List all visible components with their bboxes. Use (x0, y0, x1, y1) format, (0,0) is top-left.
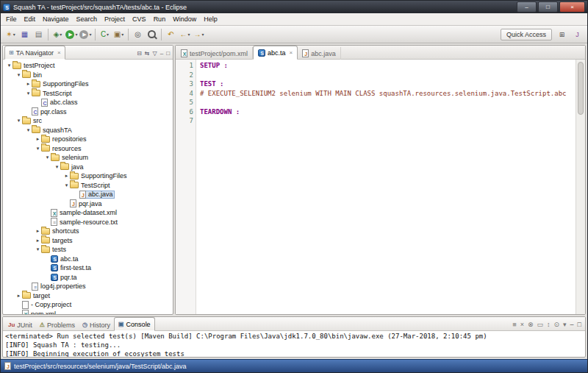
back-button[interactable]: ←▾ (178, 28, 192, 41)
tab-problems[interactable]: ⚠Problems (36, 319, 79, 331)
view-menu-icon[interactable]: ▽ (153, 50, 157, 57)
close-view-icon[interactable]: × (57, 49, 61, 56)
expander-icon[interactable]: ▾ (35, 245, 41, 254)
dropdown-arrow-icon[interactable]: ▾ (187, 32, 190, 37)
expander-icon[interactable]: ▾ (35, 144, 41, 153)
minimize-button[interactable]: – (517, 1, 537, 13)
tree-item-supportingfiles[interactable]: ▸SupportingFiles (3, 171, 173, 181)
dropdown-arrow-icon[interactable]: ▾ (121, 32, 123, 37)
new-java-class-button[interactable]: C▾ (98, 28, 112, 41)
tree-item-pqr-java[interactable]: Jpqr.java (3, 199, 173, 209)
tree-item-log4j-properties[interactable]: ≡log4j.properties (3, 282, 173, 291)
open-type-button[interactable]: ◎ (131, 28, 145, 41)
tree-item-abc-class[interactable]: Cabc.class (3, 98, 173, 107)
tree-item-copy-project[interactable]: - Copy.project (3, 300, 173, 310)
clear-console-icon[interactable]: ▭ (537, 321, 543, 328)
expander-icon[interactable]: ▾ (44, 153, 51, 162)
code-line[interactable] (200, 116, 576, 126)
tree-item-supportingfiles[interactable]: ▸SupportingFiles (3, 79, 173, 89)
remove-launch-icon[interactable]: × (520, 321, 524, 328)
dropdown-arrow-icon[interactable]: ▾ (75, 32, 77, 37)
expander-icon[interactable]: ▸ (25, 79, 32, 88)
tree-item-abc-java[interactable]: Jabc.java (3, 190, 173, 199)
expander-icon[interactable]: ▾ (25, 89, 32, 98)
dropdown-arrow-icon[interactable]: ▾ (201, 32, 204, 37)
debug-button[interactable]: ◈▾ (51, 28, 65, 41)
last-edit-location-button[interactable]: ↶ (164, 28, 178, 41)
tree-item-sample-dataset-xml[interactable]: Xsample-dataset.xml (3, 208, 173, 218)
expander-icon[interactable]: ▸ (35, 135, 41, 143)
expander-icon[interactable]: ▾ (15, 71, 22, 79)
menu-project[interactable]: Project (101, 15, 129, 24)
code-line[interactable]: TEST : (200, 79, 576, 89)
tree-item-testscript[interactable]: ▾TestScript (3, 89, 173, 99)
minimize-view-icon[interactable]: – (570, 321, 574, 328)
expander-icon[interactable]: ▾ (15, 116, 22, 125)
menu-edit[interactable]: Edit (21, 15, 40, 24)
tab-junit[interactable]: JuJUnit (4, 319, 36, 331)
tree-item-shortcuts[interactable]: ▸shortcuts (3, 227, 173, 236)
code-line[interactable] (200, 98, 576, 107)
quick-access-button[interactable]: Quick Access (501, 29, 552, 40)
code-editor[interactable]: SETUP :TEST :# EXECUTE_SELENIUM2 seleniu… (196, 60, 576, 314)
save-button[interactable]: ▦ (18, 28, 32, 41)
editor-tab-testproject-pom-xml[interactable]: XtestProject/pom.xml (176, 47, 253, 60)
expander-icon[interactable]: ▸ (15, 291, 22, 300)
tree-item-resources[interactable]: ▾resources (3, 144, 173, 154)
expander-icon[interactable]: ▸ (63, 171, 70, 180)
tree-item-selenium[interactable]: ▾selenium (3, 153, 173, 163)
tree-item-bin[interactable]: ▾bin (3, 71, 173, 80)
maximize-button[interactable]: □ (538, 1, 558, 13)
dropdown-arrow-icon[interactable]: ▾ (13, 32, 15, 37)
expander-icon[interactable]: ▸ (35, 227, 41, 235)
menu-navigate[interactable]: Navigate (39, 15, 73, 24)
expander-icon[interactable]: ▾ (6, 61, 12, 70)
pin-console-icon[interactable]: ⊙ (553, 321, 559, 328)
expander-icon[interactable]: ▸ (35, 236, 41, 245)
tree-item-java[interactable]: ▾java (3, 163, 173, 172)
menu-help[interactable]: Help (200, 15, 221, 24)
code-line[interactable]: SETUP : (200, 61, 576, 71)
code-line[interactable] (200, 71, 576, 80)
forward-button[interactable]: →▾ (192, 28, 206, 41)
new-java-package-button[interactable]: ▣▾ (112, 28, 126, 41)
link-with-editor-icon[interactable]: ⇆ (145, 50, 150, 57)
close-button[interactable]: × (559, 1, 585, 13)
tree-item-first-test-ta[interactable]: Sfirst-test.ta (3, 263, 173, 273)
tree-item-target[interactable]: ▸target (3, 291, 173, 301)
close-tab-icon[interactable]: × (290, 49, 293, 56)
terminate-icon[interactable]: ■ (512, 321, 516, 328)
collapse-all-icon[interactable]: ⊟ (137, 50, 142, 57)
scroll-lock-icon[interactable]: ↕ (547, 321, 551, 328)
editor-tab-abc-ta[interactable]: Sabc.ta× (253, 46, 298, 60)
minimize-view-icon[interactable]: – (160, 50, 163, 57)
title-bar[interactable]: S Squash TA - testProject/src/squashTA/t… (1, 1, 587, 13)
menu-window[interactable]: Window (169, 15, 200, 24)
scrollbar-thumb[interactable] (578, 62, 584, 115)
java-perspective-icon[interactable]: J (570, 28, 584, 41)
code-line[interactable]: TEARDOWN : (200, 107, 576, 117)
open-perspective-icon[interactable]: ⊞ (555, 28, 569, 41)
maximize-view-icon[interactable]: □ (578, 321, 581, 328)
tree-item-sample-resource-txt[interactable]: ≡sample-resource.txt (3, 218, 173, 227)
run-button[interactable]: ▶▾ (65, 28, 79, 41)
tree-item-repositories[interactable]: ▸repositories (3, 135, 173, 144)
maximize-view-icon[interactable]: □ (166, 50, 170, 57)
tree-item-squashta[interactable]: ▾squashTA (3, 126, 173, 135)
menu-run[interactable]: Run (150, 15, 170, 24)
tree-item-testscript[interactable]: ▾TestScript (3, 181, 173, 191)
tab-ta-navigator[interactable]: ⊞ TA Navigator × (4, 46, 65, 60)
tab-console[interactable]: ▣Console (114, 317, 155, 331)
tree-item-tests[interactable]: ▾tests (3, 245, 173, 255)
menu-cvs[interactable]: CVS (129, 15, 150, 24)
external-tools-button[interactable]: ▶▾ (79, 28, 93, 41)
expander-icon[interactable]: ▾ (25, 126, 32, 135)
console-output[interactable]: <terminated> Run selected test(s) [Maven… (3, 331, 585, 357)
tree-item-pom-xml[interactable]: Xpom.xml (3, 310, 173, 315)
tree-item-src[interactable]: ▾src (3, 116, 173, 126)
dropdown-arrow-icon[interactable]: ▾ (60, 32, 62, 37)
tree-item-targets[interactable]: ▸targets (3, 236, 173, 246)
editor-scrollbar[interactable] (576, 60, 585, 314)
editor-tab-abc-java[interactable]: Jabc.java (298, 47, 341, 60)
new-wizard-button[interactable]: ✶▾ (4, 28, 18, 41)
